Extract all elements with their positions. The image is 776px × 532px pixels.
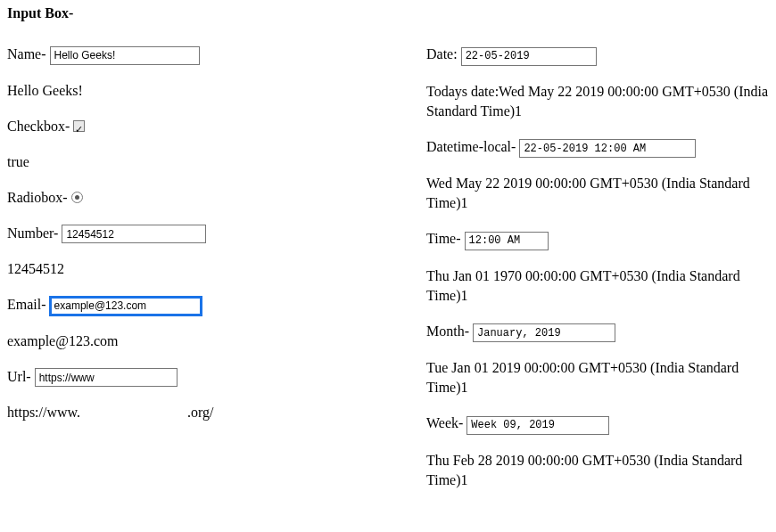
email-input[interactable] <box>50 297 202 315</box>
month-row: Month- <box>426 322 769 343</box>
radio-input[interactable] <box>71 192 83 203</box>
url-echo-prefix: https://www. <box>7 405 80 420</box>
week-input[interactable] <box>466 416 609 435</box>
month-input[interactable] <box>473 323 615 342</box>
checkbox-row: Checkbox- <box>7 117 400 136</box>
time-input[interactable] <box>465 232 549 250</box>
email-echo: example@123.com <box>7 331 400 351</box>
datetimelocal-echo: Wed May 22 2019 00:00:00 GMT+0530 (India… <box>426 174 769 213</box>
week-label: Week- <box>426 415 466 430</box>
name-row: Name- <box>7 45 400 65</box>
time-label: Time- <box>426 231 465 246</box>
number-row: Number- <box>7 224 400 244</box>
name-label: Name- <box>7 46 50 61</box>
url-label: Url- <box>7 369 35 384</box>
checkbox-echo: true <box>7 152 400 172</box>
url-echo: https://www..org/ <box>7 403 400 422</box>
week-row: Week- <box>426 413 769 435</box>
number-echo: 12454512 <box>7 259 400 279</box>
name-echo: Hello Geeks! <box>7 81 400 101</box>
datetimelocal-row: Datetime-local- <box>426 137 769 159</box>
date-label: Date: <box>426 46 461 61</box>
email-label: Email- <box>7 297 50 312</box>
date-echo: Todays date:Wed May 22 2019 00:00:00 GMT… <box>426 82 769 121</box>
page-heading: Input Box- <box>7 5 769 21</box>
name-input[interactable] <box>50 46 200 65</box>
url-row: Url- <box>7 367 400 388</box>
month-label: Month- <box>426 323 473 339</box>
datetimelocal-input[interactable] <box>519 139 696 158</box>
email-row: Email- <box>7 295 400 315</box>
time-row: Time- <box>426 229 769 250</box>
month-echo: Tue Jan 01 2019 00:00:00 GMT+0530 (India… <box>426 358 769 397</box>
datetimelocal-label: Datetime-local- <box>426 139 519 154</box>
url-echo-suffix: .org/ <box>187 405 213 420</box>
number-label: Number- <box>7 225 62 241</box>
date-row: Date: <box>426 45 769 66</box>
checkbox-label: Checkbox- <box>7 119 73 134</box>
checkbox-input[interactable] <box>73 120 85 132</box>
radio-row: Radiobox- <box>7 188 400 208</box>
number-input[interactable] <box>62 225 206 243</box>
time-echo: Thu Jan 01 1970 00:00:00 GMT+0530 (India… <box>426 266 769 306</box>
week-echo: Thu Feb 28 2019 00:00:00 GMT+0530 (India… <box>426 451 769 490</box>
url-input[interactable] <box>35 368 177 387</box>
radio-label: Radiobox- <box>7 190 71 205</box>
date-input[interactable] <box>461 47 597 66</box>
